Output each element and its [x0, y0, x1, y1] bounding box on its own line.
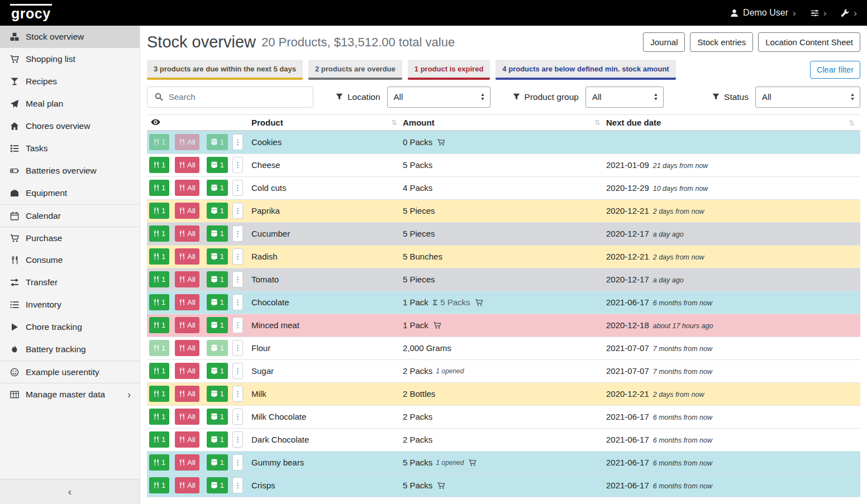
sidebar-item-chores-overview[interactable]: Chores overview	[0, 115, 140, 137]
consume-all-button[interactable]: All	[175, 180, 199, 196]
status-banner[interactable]: 4 products are below defined min. stock …	[496, 60, 675, 80]
sidebar-item-battery-tracking[interactable]: Battery tracking	[0, 338, 140, 361]
consume-all-button[interactable]: All	[175, 317, 199, 333]
open-one-button[interactable]: 1	[207, 477, 228, 493]
open-one-button[interactable]: 1	[207, 454, 228, 471]
product-group-select[interactable]: All	[585, 87, 664, 108]
status-banner[interactable]: 1 product is expired	[408, 60, 490, 80]
location-select[interactable]: All	[387, 87, 490, 108]
sidebar-item-manage-master-data[interactable]: Manage master data ›	[0, 383, 140, 405]
app-logo[interactable]: grocy	[10, 4, 52, 22]
sidebar-item-stock-overview[interactable]: Stock overview	[0, 26, 140, 48]
consume-all-button[interactable]: All	[175, 157, 199, 173]
status-banner[interactable]: 3 products are due within the next 5 day…	[147, 60, 303, 80]
status-banner[interactable]: 2 products are overdue	[308, 60, 402, 80]
consume-one-button[interactable]: 1	[149, 454, 169, 471]
open-one-button[interactable]: 1	[207, 225, 228, 242]
sidebar-item-purchase[interactable]: Purchase	[0, 227, 140, 249]
settings-menu[interactable]: ›	[811, 8, 827, 18]
sidebar-item-inventory[interactable]: Inventory	[0, 294, 140, 316]
consume-one-button[interactable]: 1	[149, 203, 169, 219]
row-menu-button[interactable]: ⋮	[232, 454, 243, 471]
row-menu-button[interactable]: ⋮	[232, 134, 243, 150]
user-menu[interactable]: Demo User ›	[730, 8, 796, 18]
row-menu-button[interactable]: ⋮	[232, 294, 243, 310]
consume-all-button[interactable]: All	[175, 134, 199, 150]
stock-entries-button[interactable]: Stock entries	[690, 32, 753, 52]
open-one-button[interactable]: 1	[207, 203, 228, 219]
clear-filter-button[interactable]: Clear filter	[810, 61, 860, 79]
consume-one-button[interactable]: 1	[149, 180, 169, 196]
row-menu-button[interactable]: ⋮	[232, 180, 243, 196]
consume-one-button[interactable]: 1	[149, 363, 169, 379]
sidebar-item-shopping-list[interactable]: Shopping list	[0, 48, 140, 70]
row-menu-button[interactable]: ⋮	[232, 225, 243, 242]
open-one-button[interactable]: 1	[207, 363, 228, 379]
row-menu-button[interactable]: ⋮	[232, 386, 243, 402]
row-menu-button[interactable]: ⋮	[232, 431, 243, 448]
consume-all-button[interactable]: All	[175, 271, 199, 287]
sidebar-item-calendar[interactable]: Calendar	[0, 204, 140, 227]
consume-one-button[interactable]: 1	[149, 157, 169, 173]
sidebar-item-equipment[interactable]: Equipment	[0, 182, 140, 204]
consume-one-button[interactable]: 1	[149, 409, 169, 425]
open-one-button[interactable]: 1	[207, 386, 228, 402]
consume-all-button[interactable]: All	[175, 386, 199, 402]
sidebar-item-transfer[interactable]: Transfer	[0, 271, 140, 294]
consume-one-button[interactable]: 1	[149, 271, 169, 287]
consume-all-button[interactable]: All	[175, 294, 199, 310]
location-content-sheet-button[interactable]: Location Content Sheet	[758, 32, 860, 52]
sidebar-item-example-userentity[interactable]: Example userentity	[0, 361, 140, 383]
consume-one-button[interactable]: 1	[149, 225, 169, 242]
row-menu-button[interactable]: ⋮	[232, 340, 243, 356]
journal-button[interactable]: Journal	[643, 32, 685, 52]
consume-all-button[interactable]: All	[175, 477, 199, 493]
row-menu-button[interactable]: ⋮	[232, 157, 243, 173]
open-one-button[interactable]: 1	[207, 248, 228, 265]
consume-all-button[interactable]: All	[175, 340, 199, 356]
sidebar-item-recipes[interactable]: Recipes	[0, 70, 140, 93]
sidebar-item-chore-tracking[interactable]: Chore tracking	[0, 316, 140, 338]
sidebar-item-batteries-overview[interactable]: Batteries overview	[0, 160, 140, 182]
open-one-button[interactable]: 1	[207, 294, 228, 310]
open-one-button[interactable]: 1	[207, 134, 228, 150]
open-one-button[interactable]: 1	[207, 180, 228, 196]
consume-one-button[interactable]: 1	[149, 317, 169, 333]
column-header-due-date[interactable]: Next due date ⇅	[606, 118, 860, 127]
consume-one-button[interactable]: 1	[149, 431, 169, 448]
consume-one-button[interactable]: 1	[149, 248, 169, 265]
sidebar-collapse-button[interactable]: ‹	[0, 479, 140, 504]
open-one-button[interactable]: 1	[207, 431, 228, 448]
row-menu-button[interactable]: ⋮	[232, 477, 243, 493]
consume-one-button[interactable]: 1	[149, 340, 169, 356]
consume-all-button[interactable]: All	[175, 409, 199, 425]
sidebar-item-consume[interactable]: Consume	[0, 249, 140, 271]
consume-all-button[interactable]: All	[175, 431, 199, 448]
row-menu-button[interactable]: ⋮	[232, 271, 243, 287]
consume-one-button[interactable]: 1	[149, 294, 169, 310]
sidebar-item-meal-plan[interactable]: Meal plan	[0, 93, 140, 115]
column-header-amount[interactable]: Amount ⇅	[403, 118, 606, 127]
consume-all-button[interactable]: All	[175, 363, 199, 379]
row-menu-button[interactable]: ⋮	[232, 409, 243, 425]
consume-all-button[interactable]: All	[175, 248, 199, 265]
row-menu-button[interactable]: ⋮	[232, 248, 243, 265]
status-select[interactable]: All	[755, 87, 860, 108]
open-one-button[interactable]: 1	[207, 157, 228, 173]
consume-all-button[interactable]: All	[175, 454, 199, 471]
consume-one-button[interactable]: 1	[149, 477, 169, 493]
sidebar-item-tasks[interactable]: Tasks	[0, 137, 140, 160]
open-one-button[interactable]: 1	[207, 271, 228, 287]
row-menu-button[interactable]: ⋮	[232, 203, 243, 219]
open-one-button[interactable]: 1	[207, 409, 228, 425]
consume-all-button[interactable]: All	[175, 203, 199, 219]
consume-one-button[interactable]: 1	[149, 134, 169, 150]
row-menu-button[interactable]: ⋮	[232, 363, 243, 379]
consume-one-button[interactable]: 1	[149, 386, 169, 402]
admin-menu[interactable]: ›	[841, 8, 857, 18]
consume-all-button[interactable]: All	[175, 225, 199, 242]
open-one-button[interactable]: 1	[207, 340, 228, 356]
open-one-button[interactable]: 1	[207, 317, 228, 333]
row-menu-button[interactable]: ⋮	[232, 317, 243, 333]
column-header-product[interactable]: Product ⇅	[250, 118, 403, 127]
